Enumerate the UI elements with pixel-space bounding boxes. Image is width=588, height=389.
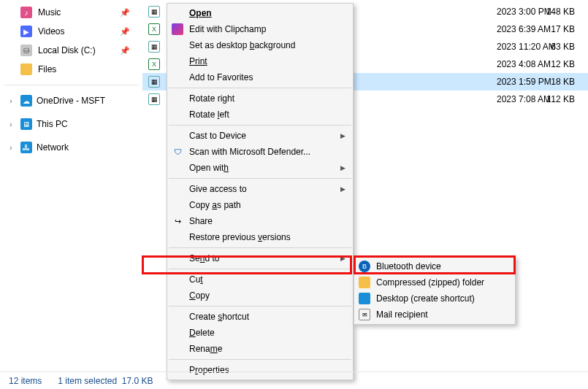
nav-label: Files xyxy=(38,64,56,74)
mail-icon: ✉ xyxy=(359,309,370,320)
xlsx-icon: X xyxy=(148,58,160,70)
nav-label: Videos xyxy=(38,26,64,36)
jpg-icon: ▦ xyxy=(148,93,160,105)
navigation-pane: ♪ Music 📌 ▶ Videos 📌 ⛁ Local Disk (C:) 📌… xyxy=(0,0,139,157)
jpg-icon: ▦ xyxy=(148,76,160,88)
xlsx-icon: X xyxy=(148,23,160,35)
shield-icon: 🛡 xyxy=(172,146,183,158)
ctx-copy-path[interactable]: Copy as path xyxy=(167,197,353,213)
nav-videos[interactable]: ▶ Videos 📌 xyxy=(0,22,139,41)
nav-label: This PC xyxy=(37,119,68,129)
chevron-right-icon: ▶ xyxy=(340,185,345,193)
sub-mail[interactable]: ✉Mail recipient xyxy=(354,307,515,323)
nav-this-pc[interactable]: › 🖥 This PC xyxy=(0,115,139,134)
ctx-rotate-left[interactable]: Rotate left xyxy=(167,107,353,123)
chevron-right-icon[interactable]: › xyxy=(6,120,16,128)
bluetooth-icon: B xyxy=(359,261,370,272)
ctx-set-background[interactable]: Set as desktop background xyxy=(167,37,353,53)
nav-music[interactable]: ♪ Music 📌 xyxy=(0,3,139,22)
ctx-send-to[interactable]: Send to▶ xyxy=(167,250,353,266)
sub-desktop[interactable]: Desktop (create shortcut) xyxy=(354,290,515,307)
file-size: 17 KB xyxy=(551,24,575,34)
sub-zip[interactable]: Compressed (zipped) folder xyxy=(354,274,515,290)
zip-icon xyxy=(359,277,370,288)
jpg-icon: ▦ xyxy=(148,41,160,53)
status-bar: 12 items 1 item selected 17.0 KB xyxy=(0,371,588,389)
send-to-submenu: BBluetooth device Compressed (zipped) fo… xyxy=(354,256,516,325)
file-size: 112 KB xyxy=(546,94,575,104)
pin-icon: 📌 xyxy=(120,8,130,18)
ctx-defender[interactable]: 🛡Scan with Microsoft Defender... xyxy=(167,144,353,160)
ctx-copy[interactable]: Copy xyxy=(167,288,353,304)
monitor-icon: 🖥 xyxy=(20,118,32,130)
ctx-clipchamp[interactable]: Edit with Clipchamp xyxy=(167,21,353,37)
nav-label: Music xyxy=(38,7,61,18)
ctx-rename[interactable]: Rename xyxy=(167,341,353,357)
separator xyxy=(169,306,351,307)
nav-separator xyxy=(4,85,139,85)
separator xyxy=(169,178,351,179)
sub-bluetooth[interactable]: BBluetooth device xyxy=(354,258,515,274)
share-icon: ↪ xyxy=(172,215,183,227)
desktop-icon xyxy=(359,293,370,304)
ctx-give-access[interactable]: Give access to▶ xyxy=(167,181,353,197)
nav-label: Network xyxy=(37,142,69,153)
chevron-right-icon: ▶ xyxy=(340,132,345,139)
nav-label: OneDrive - MSFT xyxy=(37,96,105,106)
status-selection: 1 item selected 17.0 KB xyxy=(58,376,153,386)
file-size: 18 KB xyxy=(551,77,575,87)
music-icon: ♪ xyxy=(20,7,32,18)
nav-label: Local Disk (C:) xyxy=(38,45,96,55)
jpg-icon: ▦ xyxy=(148,6,160,18)
ctx-create-shortcut[interactable]: Create shortcut xyxy=(167,309,353,325)
folder-icon xyxy=(20,63,32,75)
cloud-icon: ☁ xyxy=(20,95,32,107)
disk-icon: ⛁ xyxy=(20,45,32,56)
ctx-cast[interactable]: Cast to Device▶ xyxy=(167,128,353,144)
nav-files[interactable]: Files xyxy=(0,60,139,79)
chevron-right-icon[interactable]: › xyxy=(6,144,16,152)
ctx-add-favorites[interactable]: Add to Favorites xyxy=(167,69,353,85)
nav-local-disk[interactable]: ⛁ Local Disk (C:) 📌 xyxy=(0,41,139,60)
network-icon: 🖧 xyxy=(20,142,32,153)
status-item-count: 12 items xyxy=(9,376,42,386)
ctx-rotate-right[interactable]: Rotate right xyxy=(167,90,353,107)
ctx-print[interactable]: Print xyxy=(167,53,353,69)
chevron-right-icon: ▶ xyxy=(340,164,345,172)
file-size: 148 KB xyxy=(546,7,575,17)
context-menu: Open Edit with Clipchamp Set as desktop … xyxy=(167,3,354,380)
separator xyxy=(169,269,351,269)
videos-icon: ▶ xyxy=(20,26,32,37)
chevron-right-icon: ▶ xyxy=(340,255,345,262)
separator xyxy=(169,359,351,360)
nav-network[interactable]: › 🖧 Network xyxy=(0,138,139,157)
ctx-open-with[interactable]: Open with▶ xyxy=(167,160,353,176)
pin-icon: 📌 xyxy=(120,46,130,55)
nav-onedrive[interactable]: › ☁ OneDrive - MSFT xyxy=(0,91,139,110)
ctx-open[interactable]: Open xyxy=(167,5,353,21)
separator xyxy=(169,125,351,126)
separator xyxy=(169,88,351,88)
ctx-share[interactable]: ↪Share xyxy=(167,213,353,229)
separator xyxy=(169,247,351,248)
file-size: 12 KB xyxy=(551,59,575,69)
clipchamp-icon xyxy=(172,23,183,35)
ctx-delete[interactable]: Delete xyxy=(167,325,353,341)
file-size: 63 KB xyxy=(551,42,575,52)
ctx-restore[interactable]: Restore previous versions xyxy=(167,229,353,245)
ctx-cut[interactable]: Cut xyxy=(167,271,353,288)
pin-icon: 📌 xyxy=(120,27,130,36)
chevron-right-icon[interactable]: › xyxy=(6,97,16,105)
